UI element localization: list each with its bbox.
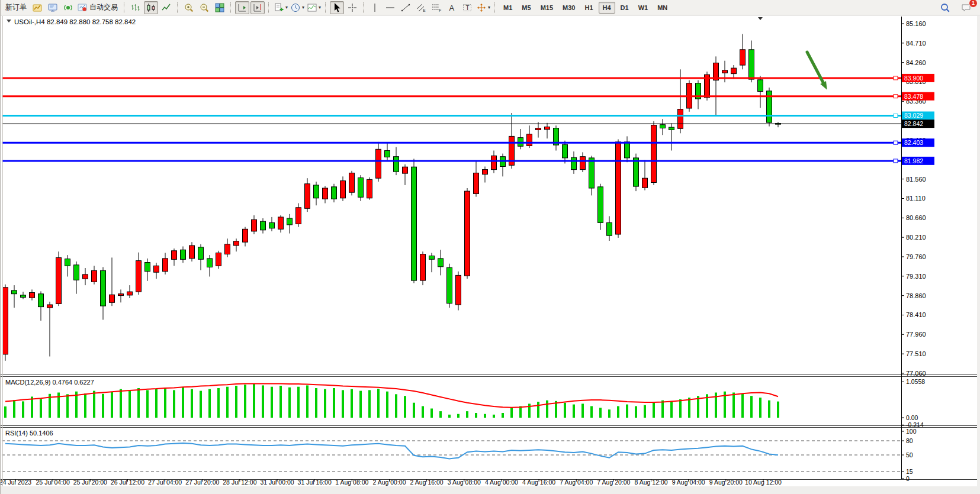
new-chart-dropdown[interactable]: ▾ [273,1,288,14]
time-axis[interactable]: 24 Jul 202325 Jul 04:0025 Jul 20:0026 Ju… [1,479,782,486]
time-tick-label: 31 Jul 00:00 [260,479,294,486]
time-tick-label: 1 Aug 08:00 [335,479,368,486]
rsi-axis-label: 100 [906,428,917,435]
toolbar-separator [124,2,125,13]
timeframe-w1-button[interactable]: W1 [634,2,653,14]
macd-label: MACD(12,26,9) 0.4764 0.6227 [5,379,94,386]
periods-dropdown[interactable]: ▾ [290,1,305,14]
price-level-badge: 82.842 [902,120,934,128]
macd-axis-label: 1.0558 [906,378,925,385]
equidistant-channel-button[interactable]: E [414,1,428,14]
time-tick-label: 8 Aug 12:00 [635,479,668,486]
time-tick-label: 24 Jul 2023 [1,479,31,486]
toolbar-separator [268,2,269,13]
time-tick-label: 4 Aug 00:00 [485,479,518,486]
timeframe-m15-button[interactable]: M15 [536,2,557,14]
price-tick-label: 85.160 [906,20,926,27]
svg-text:USOil-,H4 82.849 82.880 82.75: USOil-,H4 82.849 82.880 82.758 82.842 [14,18,136,25]
price-tick-label: 81.560 [906,176,926,183]
trendline-button[interactable] [399,1,413,14]
vertical-line-button[interactable] [368,1,382,14]
time-tick-label: 31 Jul 16:00 [298,479,332,486]
new-chart-window-button[interactable] [30,1,44,14]
time-tick-label: 9 Aug 20:00 [709,479,743,486]
tile-windows-button[interactable] [213,1,227,14]
horizontal-line-button[interactable] [383,1,397,14]
chart-canvas[interactable]: 85.16084.71084.26083.81083.36082.91082.4… [1,0,980,494]
arrows-dropdown[interactable]: ▾ [475,1,491,14]
bar-chart-button[interactable] [128,1,143,14]
candlestick-chart-button[interactable] [144,1,158,14]
timeframe-d1-button[interactable]: D1 [616,2,633,14]
zoom-in-button[interactable] [182,1,196,14]
price-level-badge: 81.982 [902,157,934,165]
price-tick-label: 78.860 [906,292,926,299]
notification-badge: 1 [969,0,978,8]
price-tick-label: 77.060 [906,370,926,377]
zoom-out-button[interactable] [197,1,211,14]
terminal-button[interactable] [46,1,60,14]
toolbar-separator [230,2,232,13]
timeframe-m30-button[interactable]: M30 [558,2,579,14]
line-chart-button[interactable] [159,1,173,14]
time-tick-label: 2 Aug 00:00 [372,479,406,486]
crosshair-button[interactable] [345,1,359,14]
cursor-button[interactable] [330,1,344,14]
rsi-axis-label: 15 [906,468,913,475]
new-order-button[interactable]: 新订单 [3,1,29,14]
time-tick-label: 3 Aug 08:00 [448,479,481,486]
toolbar: 新订单自动交易▾▾▾EFAT▾M1M5M15M30H1H4D1W1MN1 [1,0,980,15]
indicators-dropdown[interactable]: ▾ [306,1,322,14]
price-tick-label: 84.260 [906,59,926,66]
rsi-axis-label: 0 [906,475,910,482]
toolbar-separator [363,2,364,13]
timeframe-h1-button[interactable]: H1 [580,2,597,14]
toolbar-right: 1 [937,1,979,14]
rsi-axis-label: 50 [906,451,913,459]
time-tick-label: 4 Aug 16:00 [522,479,555,486]
svg-text:83.029: 83.029 [904,112,923,119]
auto-scroll-button[interactable] [235,1,249,14]
chart-title: USOil-,H4 82.849 82.880 82.758 82.842 [7,18,136,25]
svg-text:83.478: 83.478 [904,93,923,100]
price-tick-label: 78.410 [906,311,926,318]
timeframe-m1-button[interactable]: M1 [499,2,516,14]
time-tick-label: 10 Aug 12:00 [745,479,782,486]
chevron-down-icon: ▾ [285,5,288,10]
time-tick-label: 25 Jul 20:00 [73,479,107,486]
time-tick-label: 27 Jul 04:00 [148,479,182,486]
chevron-down-icon: ▾ [488,5,490,10]
timeframe-mn-button[interactable]: MN [653,2,671,14]
timeframe-h4-button[interactable]: H4 [599,2,615,14]
chevron-down-icon: ▾ [319,5,321,10]
svg-text:82.842: 82.842 [904,120,923,127]
svg-text:81.982: 81.982 [904,157,923,164]
toolbar-separator [177,2,178,13]
svg-text:82.403: 82.403 [904,139,923,146]
price-tick-label: 79.310 [906,273,926,280]
fibonacci-button[interactable]: F [429,1,444,14]
svg-text:T: T [466,4,470,11]
price-level-badge: 82.403 [902,138,934,147]
text-button[interactable]: A [445,1,459,14]
auto-trading-button[interactable]: 自动交易 [76,1,120,14]
timeframe-m5-button[interactable]: M5 [518,2,535,14]
toolbar-separator [494,2,496,13]
price-tick-label: 79.760 [906,253,926,260]
svg-text:83.900: 83.900 [904,75,923,82]
macd-axis-label: 0.00 [906,414,918,421]
search-icon[interactable] [938,1,952,14]
market-watch-button[interactable] [61,1,75,14]
price-tick-label: 81.110 [906,195,926,202]
time-tick-label: 2 Aug 16:00 [410,479,444,486]
mt4-window: 新订单自动交易▾▾▾EFAT▾M1M5M15M30H1H4D1W1MN1 85.… [0,0,980,494]
price-tick-label: 77.510 [906,350,926,357]
rsi-axis-label: 80 [906,437,913,444]
price-tick-label: 84.710 [906,40,926,47]
toolbar-separator [325,2,326,13]
price-level-badge: 83.478 [902,92,934,101]
time-tick-label: 9 Aug 04:00 [672,479,705,486]
chart-shift-button[interactable] [250,1,265,14]
text-label-button[interactable]: T [460,1,474,14]
time-tick-label: 25 Jul 04:00 [36,479,70,486]
